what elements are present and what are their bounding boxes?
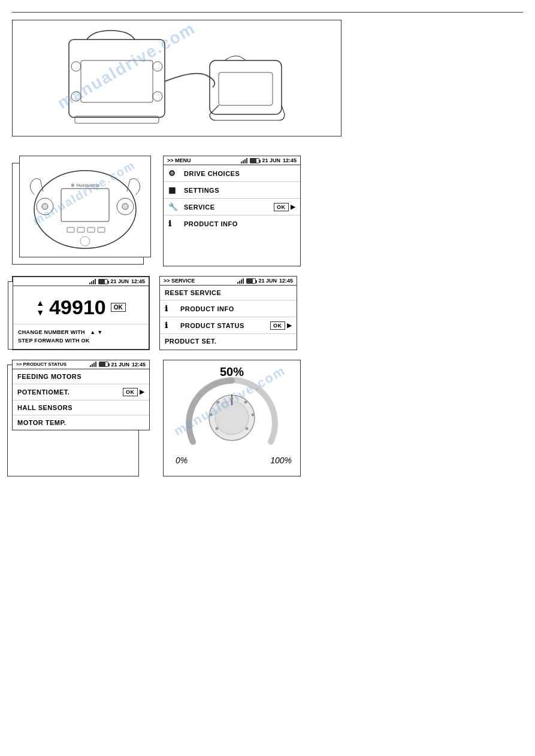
battery-icon-num	[98, 279, 108, 284]
row2: manualdrive.com ⊕ Husqvarna	[12, 156, 523, 266]
svg-rect-19	[98, 227, 105, 232]
svg-rect-17	[77, 227, 84, 232]
row3: 21 JUN 12:45 ▲ ▼ 49910 OK CHANGE NUMBER …	[12, 276, 523, 350]
svg-point-25	[217, 401, 220, 404]
ok-button-potentiomet[interactable]: OK	[123, 388, 138, 396]
arrow-right-icon-svc: ▶	[287, 322, 292, 329]
status-lcd-header: >> PRODUCT STATUS 21 JUN 12:45	[13, 360, 149, 369]
svg-rect-6	[210, 60, 282, 114]
menu-lcd-panel: >> MENU 21 JUN 12:45 ⚙ DRIVE CHOICES	[163, 156, 301, 266]
gear-settings-icon: ⚙	[168, 169, 180, 178]
top-rule	[12, 12, 523, 13]
device-illustration	[33, 28, 321, 129]
signal-icon	[241, 158, 247, 163]
dial-box: manualdrive.com 50% 0% 100%	[163, 360, 301, 476]
number-panel: 21 JUN 12:45 ▲ ▼ 49910 OK CHANGE NUMBER …	[12, 276, 150, 350]
battery-icon-svc	[246, 278, 256, 284]
status-feeding-motors[interactable]: FEEDING MOTORS	[13, 369, 149, 384]
menu-item-product-info[interactable]: ℹ PRODUCT INFO	[164, 215, 300, 232]
service-reset-label: RESET SERVICE	[165, 289, 221, 296]
controller-svg: ⊕ Husqvarna	[28, 162, 142, 251]
svg-rect-7	[219, 72, 273, 105]
service-product-status-label: PRODUCT STATUS	[180, 322, 244, 329]
menu-item-service-ok: OK ▶	[274, 203, 295, 211]
service-lcd-panel: >> SERVICE 21 JUN 12:45 RESET SERVICE	[159, 276, 297, 350]
number-value: 49910	[49, 296, 106, 319]
number-hint: CHANGE NUMBER WITH ▲ ▼ STEP FORWARD WITH…	[13, 324, 149, 349]
motor-temp-label: MOTOR TEMP.	[17, 419, 67, 426]
controller-image-box: manualdrive.com ⊕ Husqvarna	[19, 156, 151, 257]
service-header-left: >> SERVICE	[164, 278, 195, 284]
menu-item-service[interactable]: 🔧 SERVICE OK ▶	[164, 199, 300, 215]
grid-icon: ▦	[168, 186, 180, 195]
up-down-arrows: ▲ ▼	[36, 298, 44, 317]
svg-point-3	[71, 92, 81, 101]
controller-outer: manualdrive.com ⊕ Husqvarna	[12, 156, 153, 266]
svg-point-5	[153, 92, 162, 101]
service-item-product-set[interactable]: PRODUCT SET.	[160, 334, 297, 348]
page-container: manualdrive.com	[0, 0, 535, 756]
svg-point-29	[216, 427, 219, 430]
svg-point-13	[42, 204, 48, 210]
battery-icon	[250, 158, 259, 163]
ok-button-status[interactable]: OK	[270, 321, 285, 330]
signal-icon-num	[89, 279, 96, 284]
ok-button-service[interactable]: OK	[274, 203, 289, 211]
svg-rect-16	[67, 227, 74, 232]
svg-point-15	[122, 204, 128, 210]
svg-point-20	[80, 236, 90, 246]
menu-item-settings-label: SETTINGS	[184, 187, 219, 194]
svg-rect-0	[69, 40, 165, 117]
menu-lcd-header: >> MENU 21 JUN 12:45	[164, 156, 300, 165]
info-icon-menu: ℹ	[168, 219, 180, 228]
status-lcd-panel: >> PRODUCT STATUS 21 JUN 12:45	[12, 360, 150, 430]
battery-icon-status	[99, 362, 108, 367]
menu-item-drive-choices-label: DRIVE CHOICES	[184, 170, 240, 177]
status-header-date: 21 JUN	[111, 362, 129, 368]
menu-item-service-label: SERVICE	[184, 204, 215, 211]
service-item-product-info[interactable]: ℹ PRODUCT INFO	[160, 300, 297, 317]
svg-point-24	[231, 397, 234, 400]
status-hall-sensors[interactable]: HALL SENSORS	[13, 400, 149, 415]
menu-header-left: >> MENU	[167, 157, 191, 163]
dial-percent-top: 50%	[220, 365, 244, 379]
down-arrow: ▼	[36, 308, 44, 317]
svg-point-26	[210, 414, 213, 417]
dial-percent-left: 0%	[176, 456, 188, 465]
service-item-product-status[interactable]: ℹ PRODUCT STATUS OK ▶	[160, 317, 297, 334]
status-header-time: 12:45	[132, 362, 146, 368]
signal-icon-svc	[237, 278, 244, 284]
service-item-reset[interactable]: RESET SERVICE	[160, 286, 297, 300]
dial-svg	[184, 376, 280, 460]
status-motor-temp[interactable]: MOTOR TEMP.	[13, 415, 149, 430]
svg-rect-10	[61, 189, 109, 221]
top-device-image-box: manualdrive.com	[12, 20, 341, 136]
service-header-right: 21 JUN 12:45	[237, 278, 293, 284]
service-product-set-label: PRODUCT SET.	[165, 338, 217, 345]
info-icon-svc: ℹ	[165, 304, 177, 313]
service-header-time: 12:45	[279, 278, 293, 284]
dial-percent-right: 100%	[270, 456, 292, 465]
arrow-right-potentiomet: ▶	[140, 388, 145, 395]
svg-point-27	[244, 401, 247, 404]
hall-sensors-label: HALL SENSORS	[17, 404, 72, 411]
number-panel-header: 21 JUN 12:45	[13, 277, 149, 286]
status-potentiomet[interactable]: POTENTIOMET. OK ▶	[13, 384, 149, 400]
menu-item-settings[interactable]: ▦ SETTINGS	[164, 182, 300, 199]
svg-text:⊕ Husqvarna: ⊕ Husqvarna	[71, 183, 99, 188]
svg-point-2	[71, 62, 81, 71]
ok-button-number[interactable]: OK	[111, 303, 126, 312]
status-header-left: >> PRODUCT STATUS	[16, 362, 67, 367]
row4: >> PRODUCT STATUS 21 JUN 12:45	[12, 360, 523, 476]
arrow-right-icon: ▶	[291, 204, 296, 210]
menu-header-date: 21 JUN	[262, 157, 280, 163]
hint-line2: STEP FORWARD WITH OK	[18, 336, 144, 345]
svg-point-30	[246, 427, 249, 430]
svg-rect-18	[87, 227, 95, 232]
menu-item-drive-choices[interactable]: ⚙ DRIVE CHOICES	[164, 165, 300, 182]
status-panel-wrapper: >> PRODUCT STATUS 21 JUN 12:45	[12, 360, 153, 476]
signal-icon-status	[90, 362, 96, 367]
status-header-right: 21 JUN 12:45	[90, 362, 146, 368]
svg-point-22	[215, 401, 249, 435]
service-header-date: 21 JUN	[258, 278, 277, 284]
